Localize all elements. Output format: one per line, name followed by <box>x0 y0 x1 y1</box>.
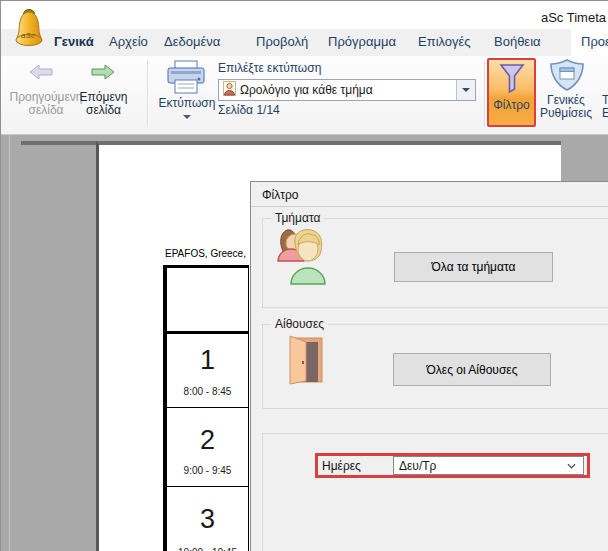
preview-panel-top-border <box>21 141 97 145</box>
funnel-icon <box>499 63 525 97</box>
period-number-3: 3 <box>167 504 248 535</box>
preview-header-text: EPAFOS, Greece, <box>165 248 246 259</box>
tab-dedomena[interactable]: Δεδομένα <box>164 34 220 49</box>
table-header-bottom-border <box>163 331 249 334</box>
table-top-border <box>163 265 249 268</box>
period-number-1: 1 <box>167 345 248 376</box>
next-page-arrow-icon <box>91 64 115 84</box>
clipped-ribbon-button[interactable]: Τρ Ε <box>602 94 608 120</box>
filter-dialog-title-separator <box>251 206 608 207</box>
page-indicator: Σελίδα 1/14 <box>218 104 280 117</box>
tab-epiloges[interactable]: Επιλογές <box>418 34 471 49</box>
print-selection-value: Ωρολόγιο για κάθε τμήμα <box>240 83 456 97</box>
period-time-2: 9:00 - 9:45 <box>167 465 248 476</box>
days-label: Ημέρες <box>322 459 361 473</box>
chevron-down-icon <box>567 463 576 469</box>
filter-dialog-title: Φίλτρο <box>262 188 298 202</box>
tab-proepiskopisi[interactable]: Προε <box>581 34 608 49</box>
print-selection-combobox[interactable]: Ωρολόγιο για κάθε τμήμα <box>218 79 476 101</box>
classes-group-label: Τμήματα <box>271 211 324 225</box>
period-time-3: 10:00 - 10:45 <box>167 547 248 551</box>
settings-shield-icon <box>547 58 587 96</box>
clipped-button-line2: Ε <box>602 107 608 120</box>
asc-bell-icon[interactable]: aSc <box>12 7 46 51</box>
titlebar <box>1 1 608 29</box>
table-row-divider-1 <box>167 407 248 408</box>
combo-caret-icon <box>462 88 470 92</box>
printer-icon <box>164 59 208 101</box>
toolbar-separator-2 <box>484 61 486 127</box>
days-combobox[interactable]: Δευ/Τρ <box>393 456 584 475</box>
days-groupbox <box>262 433 608 551</box>
rooms-group-label: Αίθουσες <box>271 317 328 331</box>
all-rooms-button[interactable]: Όλες οι Αίθουσες <box>393 353 551 386</box>
rooms-door-icon <box>284 335 324 389</box>
toolbar-separator <box>147 61 149 127</box>
table-column-right-border <box>248 265 249 551</box>
tab-voithia[interactable]: Βοήθεια <box>494 34 541 49</box>
period-number-2: 2 <box>167 425 248 456</box>
previous-page-arrow-icon <box>29 64 53 84</box>
table-row-divider-2 <box>167 486 248 487</box>
workspace-edge-line <box>9 135 10 551</box>
filter-label: Φίλτρο <box>493 99 529 112</box>
filter-button[interactable]: Φίλτρο <box>487 58 536 127</box>
tab-programma[interactable]: Πρόγραμμα <box>328 34 396 49</box>
timetable-person-icon <box>223 81 236 100</box>
period-time-1: 8:00 - 8:45 <box>167 386 248 397</box>
next-page-button[interactable]: Επόμενη σελίδα <box>76 91 131 117</box>
tab-provoli[interactable]: Προβολή <box>256 34 308 49</box>
select-print-label: Επιλέξτε εκτύπωση <box>218 62 321 75</box>
svg-text:aSc: aSc <box>21 31 35 40</box>
app-window: aSc aSc Timeta Γενικά Αρχείο Δεδομένα Πρ… <box>0 0 608 551</box>
tab-arxeio[interactable]: Αρχείο <box>109 34 148 49</box>
general-settings-button[interactable]: Γενικές Ρυθμίσεις <box>532 94 600 120</box>
classes-people-icon <box>277 227 335 289</box>
days-combobox-value: Δευ/Τρ <box>399 459 567 473</box>
window-title: aSc Timeta <box>541 10 606 25</box>
print-dropdown-caret-icon[interactable] <box>183 115 191 119</box>
tab-genika[interactable]: Γενικά <box>54 34 94 49</box>
print-selection-dropdown-button[interactable] <box>456 80 475 100</box>
all-classes-button[interactable]: Όλα τα τμήματα <box>394 252 553 282</box>
